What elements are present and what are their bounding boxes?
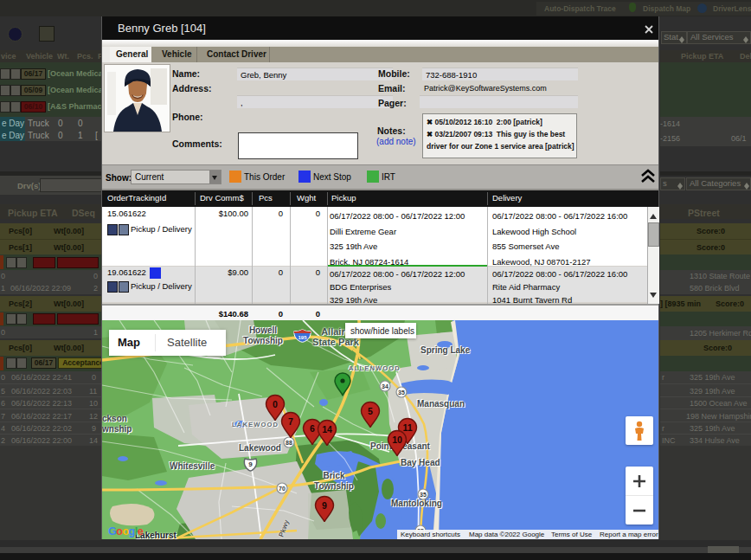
svg-text:88: 88	[286, 440, 292, 446]
svg-text:195: 195	[298, 335, 307, 340]
svg-text:34: 34	[382, 383, 388, 389]
svg-text:9: 9	[322, 500, 327, 511]
svg-text:14: 14	[322, 424, 332, 434]
svg-text:70: 70	[279, 486, 286, 492]
svg-text:35: 35	[420, 492, 427, 498]
svg-text:9: 9	[248, 460, 253, 468]
svg-text:7: 7	[288, 416, 293, 427]
svg-text:6: 6	[310, 423, 315, 434]
svg-text:5: 5	[368, 406, 373, 416]
svg-text:35: 35	[398, 389, 405, 396]
svg-text:0: 0	[273, 399, 278, 409]
svg-text:10: 10	[392, 434, 402, 445]
